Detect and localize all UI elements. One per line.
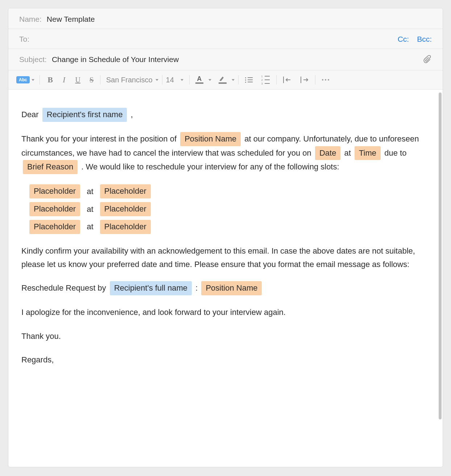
bold-button[interactable]: B [44, 74, 57, 86]
more-options-button[interactable] [319, 79, 332, 81]
subject-left: Subject: [19, 55, 269, 64]
chevron-down-icon [181, 79, 183, 81]
chevron-down-icon [32, 79, 34, 81]
slot-list: Placeholder at Placeholder Placeholder a… [28, 184, 430, 234]
toolbar-separator [189, 75, 190, 85]
toolbar-separator [100, 75, 100, 85]
position-name-placeholder[interactable]: Position Name [180, 132, 241, 146]
slot-time-placeholder[interactable]: Placeholder [100, 220, 151, 234]
strikethrough-button[interactable]: S [85, 74, 99, 86]
slot-time-placeholder[interactable]: Placeholder [100, 202, 151, 216]
formatting-toolbar: Abc B I U S San Francisco 14 [8, 70, 443, 90]
paragraph-2: Kindly confirm your availability with an… [21, 244, 430, 271]
slot-row: Placeholder at Placeholder [28, 202, 430, 216]
at-text: at [87, 185, 93, 198]
toolbar-separator [162, 75, 162, 85]
font-size-select[interactable]: 14 [164, 76, 186, 84]
numbered-list-button[interactable]: 1 2 3 [258, 75, 273, 85]
header-section: Name: New Template To: Cc: Bcc: Subject: [8, 8, 443, 90]
bullet-list-button[interactable] [242, 77, 256, 83]
font-family-select[interactable]: San Francisco [104, 76, 161, 84]
regards-line: Regards, [21, 353, 430, 366]
apology-line: I apologize for the inconvenience, and l… [21, 305, 430, 319]
thank-you-line: Thank you. [21, 329, 430, 343]
colon: : [195, 283, 198, 292]
chevron-down-icon [156, 79, 158, 81]
slot-date-placeholder[interactable]: Placeholder [29, 202, 80, 216]
at-text: at [344, 148, 351, 157]
name-row: Name: New Template [8, 8, 443, 29]
subject-input[interactable] [52, 55, 269, 64]
name-label: Name: [19, 15, 42, 24]
outdent-button[interactable] [280, 77, 294, 83]
slot-row: Placeholder at Placeholder [28, 220, 430, 234]
scrollbar-thumb[interactable] [439, 93, 442, 419]
attachment-icon[interactable] [423, 55, 432, 64]
paragraph-1: Thank you for your interest in the posit… [21, 132, 430, 174]
underline-button[interactable]: U [71, 74, 85, 86]
comma: , [131, 110, 133, 119]
to-label[interactable]: To: [19, 35, 29, 44]
slot-time-placeholder[interactable]: Placeholder [100, 184, 151, 198]
at-text: at [87, 202, 93, 216]
toolbar-separator [40, 75, 40, 85]
chevron-down-icon[interactable] [232, 79, 235, 81]
italic-button[interactable]: I [57, 74, 71, 86]
body-scroll-area[interactable]: Dear Recipient's first name , Thank you … [8, 90, 443, 467]
text-color-button[interactable]: A [193, 76, 206, 84]
position-name-placeholder[interactable]: Position Name [201, 281, 262, 295]
highlight-color-bar [219, 82, 227, 84]
subject-row: Subject: [8, 49, 443, 70]
toolbar-separator [238, 75, 239, 85]
p1-text-c: due to [384, 148, 406, 157]
name-value[interactable]: New Template [47, 15, 95, 24]
dear-text: Dear [21, 110, 39, 119]
font-name: San Francisco [106, 76, 153, 84]
text-color-bar [195, 82, 203, 84]
cc-bcc-group: Cc: Bcc: [398, 35, 432, 44]
font-size-value: 14 [166, 76, 174, 84]
chevron-down-icon[interactable] [208, 79, 211, 81]
scrollbar-track[interactable] [439, 93, 442, 464]
p1-text-a: Thank you for your interest in the posit… [21, 134, 177, 143]
recipient-first-name-placeholder[interactable]: Recipient's first name [42, 108, 127, 122]
reschedule-format-line: Reschedule Request by Recipient's full n… [21, 281, 430, 295]
to-row: To: Cc: Bcc: [8, 29, 443, 49]
greeting-line: Dear Recipient's first name , [21, 108, 430, 122]
bcc-link[interactable]: Bcc: [417, 35, 432, 44]
email-body[interactable]: Dear Recipient's first name , Thank you … [8, 90, 443, 377]
toolbar-separator [315, 75, 315, 85]
slot-date-placeholder[interactable]: Placeholder [29, 220, 80, 234]
toolbar-separator [276, 75, 277, 85]
style-dropdown[interactable]: Abc [15, 76, 36, 83]
time-placeholder[interactable]: Time [355, 146, 381, 160]
marker-icon [219, 76, 226, 82]
reschedule-label: Reschedule Request by [21, 283, 106, 292]
cc-link[interactable]: Cc: [398, 35, 409, 44]
p1-text-d: . We would like to reschedule your inter… [81, 162, 339, 171]
at-text: at [87, 220, 93, 233]
date-placeholder[interactable]: Date [315, 146, 340, 160]
brief-reason-placeholder[interactable]: Brief Reason [23, 160, 78, 174]
highlight-color-button[interactable] [216, 76, 229, 84]
indent-button[interactable] [298, 77, 311, 83]
subject-label: Subject: [19, 55, 47, 64]
recipient-full-name-placeholder[interactable]: Recipient's full name [110, 281, 192, 295]
compose-window: Name: New Template To: Cc: Bcc: Subject: [8, 8, 443, 467]
slot-date-placeholder[interactable]: Placeholder [29, 184, 80, 198]
abc-badge: Abc [16, 76, 30, 83]
slot-row: Placeholder at Placeholder [28, 184, 430, 198]
text-color-letter: A [197, 76, 202, 82]
